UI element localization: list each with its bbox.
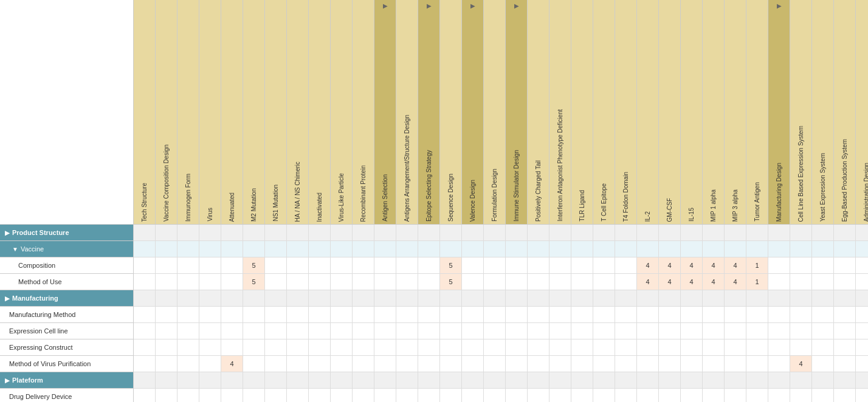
- cell-drug_delivery_device-t_cell_epitope: [593, 389, 615, 402]
- cell-method_of_use-sequence_design: 5: [440, 274, 462, 290]
- cell-manufacturing-antigens_arrangement: [396, 290, 418, 307]
- data-row-expressing_construct: [134, 339, 868, 356]
- cell-manufacturing-tumor_antigen: [746, 290, 768, 307]
- cell-expressing_construct-antigen_selection: [374, 339, 396, 356]
- top-left-corner: [0, 0, 134, 225]
- data-row-product_structure: [134, 225, 868, 241]
- col-header-label-mip3_alpha: MIP 3 alpha: [732, 189, 739, 222]
- col-header-immune_stimulator: ▶Immune Stimulator Design: [506, 0, 528, 225]
- cell-manufacturing_method-inactivated: [309, 307, 331, 323]
- cell-composition-t4_foldon: [615, 257, 637, 274]
- col-header-label-vaccine_composition: Vaccine Composition Design: [163, 145, 170, 222]
- cell-method_virus_purification-t_cell_epitope: [593, 356, 615, 372]
- cell-drug_delivery_device-virus_like_particle: [331, 389, 353, 402]
- cell-manufacturing-inactivated: [309, 290, 331, 307]
- cell-manufacturing_method-valence_design: [462, 307, 484, 323]
- cell-method_virus_purification-cell_line_based: 4: [790, 356, 812, 372]
- cell-drug_delivery_device-immunogen_form: [177, 389, 199, 402]
- cell-plateform-gm_csf: [659, 372, 681, 389]
- cell-expressing_construct-sequence_design: [440, 339, 462, 356]
- cell-expressing_construct-vaccine_composition: [156, 339, 177, 356]
- col-header-label-interferon_antagonist: Interferon Antagonist Phenotype Deficien…: [557, 109, 564, 222]
- cell-drug_delivery_device-egg_based: [834, 389, 856, 402]
- cell-manufacturing-immunogen_form: [177, 290, 199, 307]
- cell-vaccine-antigens_arrangement: [396, 241, 418, 257]
- cell-vaccine-attenuated: [221, 241, 243, 257]
- col-header-label-ha_na_ns: HA / NA / NS Chimeric: [294, 162, 301, 222]
- cell-method_of_use-inactivated: [309, 274, 331, 290]
- cell-method_virus_purification-inactivated: [309, 356, 331, 372]
- cell-drug_delivery_device-antigen_selection: [374, 389, 396, 402]
- col-header-administration_design: Administration Design: [856, 0, 868, 225]
- row-header-plateform[interactable]: ▶Plateform: [0, 372, 134, 389]
- cell-method_virus_purification-mip1_alpha: [703, 356, 725, 372]
- cell-expressing_construct-il15: [681, 339, 703, 356]
- data-row-method_virus_purification: 44: [134, 356, 868, 372]
- cell-expression_cell_line-gm_csf: [659, 323, 681, 339]
- col-header-inactivated: Inactivated: [309, 0, 331, 225]
- cell-product_structure-positively_charged: [528, 225, 549, 241]
- cell-manufacturing_method-virus_like_particle: [331, 307, 353, 323]
- col-header-label-antigen_selection: Antigen Selection: [382, 174, 389, 222]
- cell-method_of_use-ns1_mutation: [265, 274, 287, 290]
- cell-method_of_use-il15: 4: [681, 274, 703, 290]
- cell-vaccine-recombinant_protein: [353, 241, 374, 257]
- data-row-vaccine: [134, 241, 868, 257]
- cell-product_structure-sequence_design: [440, 225, 462, 241]
- cell-product_structure-inactivated: [309, 225, 331, 241]
- cell-expressing_construct-manufacturing_design: [768, 339, 790, 356]
- cell-expression_cell_line-interferon_antagonist: [549, 323, 571, 339]
- cell-expression_cell_line-tech_structure: [134, 323, 156, 339]
- cell-expressing_construct-formulation_design: [484, 339, 506, 356]
- cell-manufacturing-epitope_selecting: [418, 290, 440, 307]
- cell-drug_delivery_device-attenuated: [221, 389, 243, 402]
- cell-product_structure-m2_mutation: [243, 225, 265, 241]
- cell-manufacturing_method-ha_na_ns: [287, 307, 309, 323]
- cell-method_virus_purification-virus_like_particle: [331, 356, 353, 372]
- cell-drug_delivery_device-valence_design: [462, 389, 484, 402]
- cell-expression_cell_line-valence_design: [462, 323, 484, 339]
- cell-vaccine-immune_stimulator: [506, 241, 528, 257]
- cell-method_of_use-antigens_arrangement: [396, 274, 418, 290]
- row-label-vaccine: Vaccine: [21, 245, 44, 253]
- cell-manufacturing_method-interferon_antagonist: [549, 307, 571, 323]
- cell-plateform-antigens_arrangement: [396, 372, 418, 389]
- cell-method_virus_purification-tumor_antigen: [746, 356, 768, 372]
- col-header-label-yeast_expression: Yeast Expression System: [819, 153, 827, 222]
- cell-composition-mip1_alpha: 4: [703, 257, 725, 274]
- data-row-plateform: [134, 372, 868, 389]
- cell-plateform-virus: [199, 372, 221, 389]
- cell-expressing_construct-tumor_antigen: [746, 339, 768, 356]
- cell-plateform-ha_na_ns: [287, 372, 309, 389]
- row-header-manufacturing[interactable]: ▶Manufacturing: [0, 290, 134, 307]
- cell-method_virus_purification-yeast_expression: [812, 356, 834, 372]
- row-label-drug_delivery_device: Drug Delivery Device: [9, 393, 72, 400]
- cell-expressing_construct-virus: [199, 339, 221, 356]
- col-header-antigen_selection: ▶Antigen Selection: [374, 0, 396, 225]
- cell-composition-manufacturing_design: [768, 257, 790, 274]
- col-headers: Tech StructureVaccine Composition Design…: [134, 0, 868, 225]
- cell-expressing_construct-attenuated: [221, 339, 243, 356]
- cell-plateform-immune_stimulator: [506, 372, 528, 389]
- cell-composition-tech_structure: [134, 257, 156, 274]
- cell-product_structure-tumor_antigen: [746, 225, 768, 241]
- cell-composition-cell_line_based: [790, 257, 812, 274]
- row-label-expression_cell_line: Expression Cell line: [9, 327, 68, 335]
- cell-product_structure-interferon_antagonist: [549, 225, 571, 241]
- cell-plateform-epitope_selecting: [418, 372, 440, 389]
- cell-expression_cell_line-t4_foldon: [615, 323, 637, 339]
- cell-expression_cell_line-antigens_arrangement: [396, 323, 418, 339]
- cell-plateform-tech_structure: [134, 372, 156, 389]
- cell-product_structure-tech_structure: [134, 225, 156, 241]
- cell-manufacturing-interferon_antagonist: [549, 290, 571, 307]
- row-header-vaccine[interactable]: ▼Vaccine: [0, 241, 134, 257]
- cell-product_structure-antigens_arrangement: [396, 225, 418, 241]
- cell-vaccine-vaccine_composition: [156, 241, 177, 257]
- cell-drug_delivery_device-formulation_design: [484, 389, 506, 402]
- cell-drug_delivery_device-administration_design: [856, 389, 868, 402]
- row-header-product_structure[interactable]: ▶Product Structure: [0, 225, 134, 241]
- col-header-mip3_alpha: MIP 3 alpha: [725, 0, 746, 225]
- cell-manufacturing-mip1_alpha: [703, 290, 725, 307]
- col-header-tech_structure: Tech Structure: [134, 0, 156, 225]
- cell-composition-virus: [199, 257, 221, 274]
